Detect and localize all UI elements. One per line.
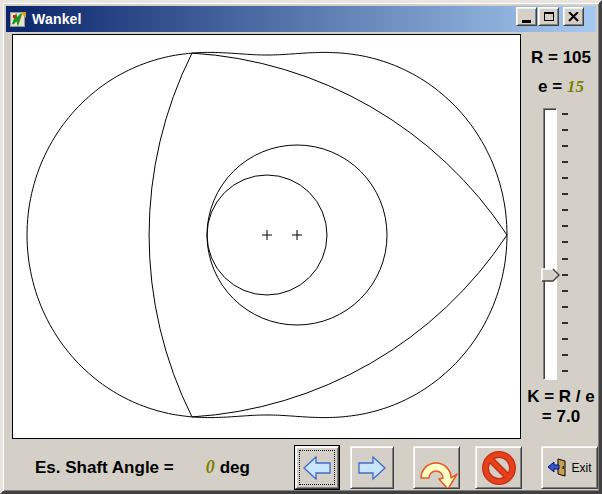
slider-tick: [562, 177, 568, 179]
slider-tick: [562, 225, 568, 227]
slider-tick: [562, 241, 568, 243]
minimize-icon: [522, 20, 531, 23]
slider-tick: [562, 129, 568, 131]
k-formula-text: K = R / e: [521, 387, 601, 407]
e-slider-track[interactable]: [543, 108, 557, 380]
app-icon: [10, 11, 27, 28]
exit-door-icon: [547, 458, 567, 477]
slider-tick: [562, 322, 568, 324]
rotate-arrow-icon: [415, 448, 459, 488]
wankel-geometry-drawing: [13, 35, 520, 438]
slider-tick: [562, 370, 568, 372]
close-button[interactable]: [563, 7, 584, 26]
slider-tick: [562, 193, 568, 195]
arrow-left-icon: [301, 454, 333, 482]
rotor-diagram-canvas: [12, 34, 521, 439]
slider-tick: [562, 113, 568, 115]
stop-icon: [481, 450, 517, 486]
wankel-window: Wankel R = 105 e = 15 K = R / e = 7.0: [0, 0, 602, 494]
rotate-button[interactable]: [413, 446, 460, 489]
e-value-text: e = 15: [521, 77, 601, 97]
slider-tick: [562, 354, 568, 356]
close-icon: [568, 12, 579, 22]
titlebar[interactable]: Wankel: [6, 6, 596, 32]
window-title: Wankel: [32, 11, 82, 27]
slider-tick: [562, 306, 568, 308]
shaft-angle-label: Es. Shaft Angle =: [35, 458, 174, 478]
minimize-button[interactable]: [516, 7, 537, 26]
slider-tick: [562, 338, 568, 340]
slider-tick: [562, 274, 568, 276]
slider-tick: [562, 209, 568, 211]
step-back-button[interactable]: [295, 446, 339, 489]
shaft-angle-unit: deg: [220, 458, 250, 478]
slider-tick: [562, 258, 568, 260]
slider-tick: [562, 161, 568, 163]
step-forward-button[interactable]: [350, 446, 394, 489]
stop-button[interactable]: [475, 446, 522, 489]
k-value-text: = 7.0: [521, 407, 601, 427]
center-cross-marks: [262, 230, 302, 240]
e-value: 15: [567, 77, 584, 96]
shaft-angle-value: 0: [206, 457, 215, 478]
e-slider-thumb[interactable]: [541, 268, 561, 282]
arrow-right-icon: [356, 454, 388, 482]
exit-button[interactable]: Exit: [541, 446, 598, 489]
exit-button-label: Exit: [571, 461, 591, 475]
slider-tick: [562, 290, 568, 292]
maximize-button[interactable]: [538, 7, 559, 26]
r-value-text: R = 105: [521, 48, 601, 68]
maximize-icon: [544, 12, 554, 21]
slider-tick: [562, 145, 568, 147]
shaft-angle-readout: Es. Shaft Angle = 0 deg: [35, 457, 250, 477]
rotor-triangle-curve: [149, 53, 507, 417]
